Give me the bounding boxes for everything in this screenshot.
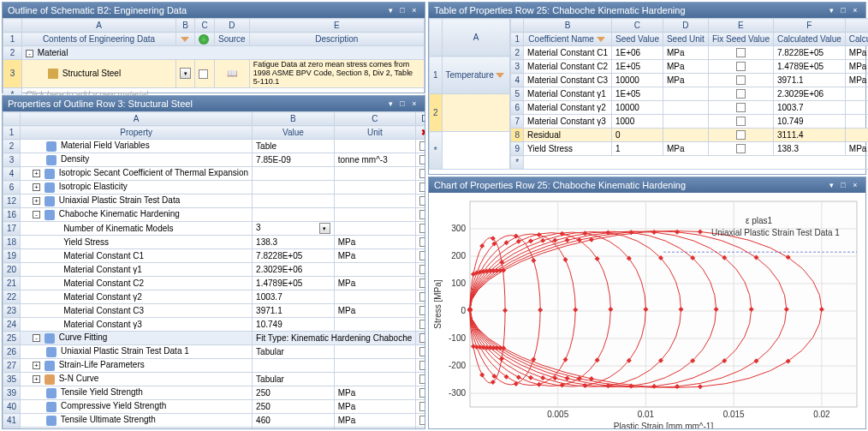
property-row[interactable]: 16 - Chaboche Kinematic Hardening [3, 208, 425, 222]
value-header[interactable]: Value [253, 126, 335, 140]
collapse-icon[interactable]: - [33, 211, 40, 218]
fix-checkbox-cell[interactable] [708, 142, 773, 156]
expand-icon[interactable]: + [33, 183, 40, 191]
property-label[interactable]: + Strain-Life Parameters [21, 359, 253, 373]
expand-icon[interactable]: + [33, 362, 40, 369]
property-row[interactable]: 12 + Uniaxial Plastic Strain Test Data [3, 195, 425, 208]
value-cell[interactable]: 3971.1 [253, 304, 335, 318]
unit-header[interactable]: Unit [334, 126, 416, 140]
checkbox-cell[interactable] [416, 345, 425, 359]
value-cell[interactable] [253, 195, 335, 208]
fix-checkbox-cell[interactable] [708, 115, 773, 129]
temperature-cell[interactable] [442, 94, 510, 132]
seed-value-cell[interactable]: 1E+06 [611, 46, 663, 60]
filter-icon[interactable] [597, 37, 605, 42]
unit-cell[interactable] [334, 208, 416, 222]
property-row[interactable]: 20 Material Constant γ1 2.3029E+06 [3, 263, 425, 277]
unit-cell[interactable]: MPa [334, 414, 416, 428]
checkbox-cell[interactable] [416, 304, 425, 318]
source-header[interactable]: Source [215, 33, 250, 46]
value-cell[interactable]: 3▾ [253, 222, 335, 236]
checkbox-cell[interactable] [416, 277, 425, 290]
checkbox-cell[interactable] [416, 428, 425, 429]
property-header[interactable]: Property [21, 126, 253, 140]
checkbox-cell[interactable] [416, 167, 425, 181]
coefficient-row[interactable]: 9 Yield Stress 1 MPa 138.3 MPa [511, 142, 868, 156]
property-row[interactable]: 17 Number of Kinematic Models 3▾ [3, 222, 425, 236]
property-row[interactable]: 23 Material Constant C3 3971.1MPa [3, 304, 425, 318]
filter-icon[interactable] [496, 73, 504, 78]
checkbox-cell[interactable] [416, 181, 425, 195]
property-row[interactable]: 39 Tensile Yield Strength 250MPa [3, 386, 425, 400]
property-label[interactable]: Compressive Ultimate Strength [21, 428, 253, 429]
unit-cell[interactable] [334, 318, 416, 332]
col-header[interactable]: A [22, 19, 176, 33]
fix-checkbox-cell[interactable] [708, 74, 773, 87]
unit-cell[interactable]: MPa [334, 304, 416, 318]
coef-name-cell[interactable]: Material Constant C3 [524, 74, 612, 87]
expand-icon[interactable]: + [33, 197, 40, 205]
unit-cell[interactable] [334, 359, 416, 373]
seed-unit-cell[interactable]: MPa [663, 142, 708, 156]
property-label[interactable]: Number of Kinematic Models [21, 222, 253, 236]
property-label[interactable]: + S-N Curve [21, 373, 253, 386]
value-cell[interactable]: 1003.7 [253, 290, 335, 304]
property-row[interactable]: 35 + S-N Curve Tabular [3, 373, 425, 386]
unit-cell[interactable]: MPa [334, 386, 416, 400]
fix-checkbox-cell[interactable] [708, 87, 773, 101]
coefficient-row[interactable]: 2 Material Constant C1 1E+06 MPa 7.8228E… [511, 46, 868, 60]
filter-icon[interactable] [176, 33, 195, 46]
checkbox-cell[interactable] [416, 263, 425, 277]
value-cell[interactable]: 1.4789E+05 [253, 277, 335, 290]
unit-cell[interactable]: tonne mm^-3 [334, 153, 416, 167]
seed-unit-cell[interactable] [663, 115, 708, 129]
seed-unit-cell[interactable]: MPa [663, 74, 708, 87]
maximize-icon[interactable]: □ [838, 180, 848, 190]
property-row[interactable]: 2 Material Field Variables Table [3, 140, 425, 153]
property-label[interactable]: Material Constant C2 [21, 277, 253, 290]
seed-unit-cell[interactable]: MPa [663, 60, 708, 74]
coefficient-row[interactable]: 4 Material Constant C3 10000 MPa 3971.1 … [511, 74, 868, 87]
col-header[interactable]: C [195, 19, 215, 33]
checkbox-cell[interactable] [416, 386, 425, 400]
unit-cell[interactable] [334, 181, 416, 195]
unit-cell[interactable] [334, 140, 416, 153]
collapse-icon[interactable]: - [33, 334, 40, 342]
calc-unit-cell[interactable] [845, 87, 868, 101]
calc-value-cell[interactable]: 1003.7 [773, 101, 845, 115]
property-label[interactable]: Material Constant γ3 [21, 318, 253, 332]
col-header[interactable]: G [845, 19, 868, 33]
property-label[interactable]: + Isotropic Secant Coefficient of Therma… [21, 167, 253, 181]
property-label[interactable]: - Curve Fitting [21, 332, 253, 345]
calc-unit-cell[interactable] [845, 101, 868, 115]
calc-unit-cell[interactable]: MPa [845, 60, 868, 74]
property-label[interactable]: Yield Stress [21, 236, 253, 249]
value-cell[interactable]: Tabular [253, 373, 335, 386]
close-icon[interactable]: × [850, 180, 860, 190]
seed-value-cell[interactable]: 1E+05 [611, 60, 663, 74]
description-header[interactable]: Description [249, 33, 424, 46]
maximize-icon[interactable]: □ [397, 5, 407, 15]
value-cell[interactable]: 0 [253, 428, 335, 429]
col-header[interactable]: E [708, 19, 773, 33]
col-header[interactable]: C [611, 19, 663, 33]
unit-cell[interactable] [334, 345, 416, 359]
unit-cell[interactable]: MPa [334, 249, 416, 263]
fix-checkbox-cell[interactable] [708, 101, 773, 115]
globe-icon[interactable] [195, 33, 215, 46]
property-label[interactable]: + Uniaxial Plastic Strain Test Data [21, 195, 253, 208]
property-label[interactable]: - Chaboche Kinematic Hardening [21, 208, 253, 222]
contents-header[interactable]: Contents of Engineering Data [22, 33, 176, 46]
temperature-header[interactable]: Temperature [442, 57, 510, 94]
property-row[interactable]: 18 Yield Stress 138.3MPa [3, 236, 425, 249]
calc-value-cell[interactable]: 3971.1 [773, 74, 845, 87]
unit-cell[interactable] [334, 195, 416, 208]
coefficient-row[interactable]: 6 Material Constant γ2 10000 1003.7 [511, 101, 868, 115]
value-cell[interactable] [253, 167, 335, 181]
checkbox-cell[interactable] [416, 195, 425, 208]
property-label[interactable]: Material Constant γ2 [21, 290, 253, 304]
checkbox-cell[interactable] [416, 414, 425, 428]
value-cell[interactable]: 460 [253, 414, 335, 428]
fix-checkbox-cell[interactable] [708, 129, 773, 142]
col-header[interactable]: D [416, 112, 425, 126]
